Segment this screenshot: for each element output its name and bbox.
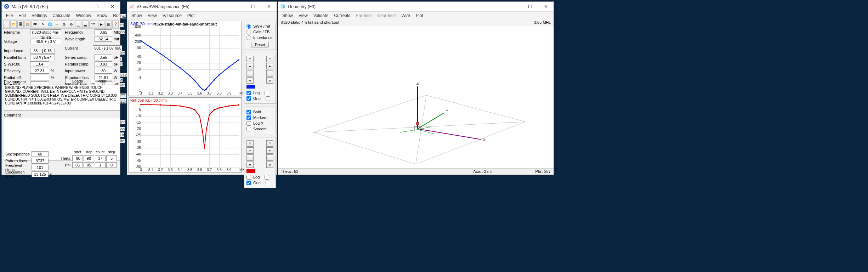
val-Filename[interactable]: rt320-static-4m-tail-sa — [30, 29, 61, 35]
val-Parallel form[interactable]: 83 // j 5.e4 — [30, 55, 55, 60]
ydn2-button[interactable]: v — [266, 77, 273, 84]
help-icon[interactable]: ❓ — [112, 20, 119, 28]
val-Radiat-eff.[interactable] — [30, 75, 49, 80]
minimize-button[interactable]: — — [230, 2, 245, 12]
refl-chart[interactable]: Refl coef [dB] (80 ohm)-50-45-40-35-30-2… — [129, 97, 242, 172]
bminus1-button[interactable]: - — [246, 154, 254, 161]
menu-settings[interactable]: Settings — [29, 12, 50, 19]
radio-impedance[interactable]: Impedance — [246, 35, 273, 40]
close-button[interactable]: ✕ — [104, 2, 120, 12]
menu-edit[interactable]: Edit — [16, 12, 29, 19]
menu-calculate[interactable]: Calculate — [50, 12, 73, 19]
data-icon[interactable]: 🗄 — [17, 20, 24, 28]
bplus1-button[interactable]: + — [246, 147, 254, 154]
environment-textbox[interactable]: GROUND PLANE SPECIFIED. WHERE WIRE ENDS … — [4, 85, 120, 111]
geom-titlebar[interactable]: 🧊 Geometry (F3) — ☐ ✕ — [278, 2, 554, 12]
logx-check[interactable]: Log X — [246, 120, 273, 126]
yplus1-button[interactable]: + — [246, 63, 254, 69]
menu-show[interactable]: Show — [279, 12, 296, 19]
bup2-button[interactable]: ^ — [266, 140, 273, 147]
bold-check[interactable]: Bold — [246, 109, 273, 115]
bdn1-button[interactable]: v — [246, 162, 254, 168]
val-Frequency[interactable]: 3.65 — [95, 29, 112, 35]
menu-far-field[interactable]: Far-field — [353, 12, 374, 19]
menu-view[interactable]: View — [296, 12, 311, 19]
main-titlebar[interactable]: 🧿 Main [V5.8.17] (F2) — ☐ ✕ — [2, 2, 120, 12]
lbl-Efficiency: Efficiency — [2, 69, 30, 73]
calctime-value[interactable]: 13.125 — [32, 171, 49, 177]
open-icon[interactable]: 📂 — [10, 20, 17, 28]
close-button[interactable]: ✕ — [261, 2, 277, 12]
menu-plot[interactable]: Plot — [185, 12, 198, 19]
loads-checkbox[interactable]: Loads — [66, 78, 83, 84]
val-S.W.R.80[interactable]: 1.04 — [30, 61, 49, 67]
maximize-button[interactable]: ☐ — [245, 2, 261, 12]
val-Voltage[interactable]: 49.9 + j 0 V — [30, 39, 61, 44]
close-button[interactable]: ✕ — [538, 2, 554, 12]
run-icon[interactable]: ▶ — [98, 20, 104, 28]
maximize-button[interactable]: ☐ — [522, 2, 538, 12]
maximize-button[interactable]: ☐ — [89, 2, 104, 12]
top-grid-check[interactable]: Grid — [246, 96, 273, 101]
val-Input power[interactable]: 30 — [95, 68, 112, 74]
menu-v-i-source[interactable]: V/I source — [160, 12, 185, 19]
radio-swr-ref[interactable]: SWR / ref — [246, 23, 273, 29]
swr-chart[interactable]: rt320-static-4m-tail-sand-short.outSWR (… — [129, 21, 242, 96]
swr-icon[interactable]: ⊚ — [61, 20, 67, 28]
bplus2-button[interactable]: + — [266, 147, 273, 154]
yup1-button[interactable]: ^ — [246, 56, 254, 62]
val-Wavelength[interactable]: 82.14 — [95, 36, 112, 42]
polar-checkbox[interactable]: Polar — [91, 78, 107, 84]
geom-canvas[interactable]: Z Y X — [278, 26, 554, 168]
menu-plot[interactable]: Plot — [413, 12, 426, 19]
chart2-icon[interactable]: ▂ — [82, 20, 89, 28]
wire-icon[interactable]: 〰 — [54, 20, 60, 28]
minimize-button[interactable]: — — [73, 2, 89, 12]
markers-check[interactable]: Markers — [246, 115, 273, 120]
segs-value[interactable]: 60 — [32, 151, 49, 157]
menu-validate[interactable]: Validate — [311, 12, 331, 19]
val-Series comp.[interactable]: 3.e5 — [95, 55, 112, 60]
bup1-button[interactable]: ^ — [246, 140, 254, 147]
calc-icon[interactable]: 🧮 — [24, 20, 31, 28]
edit-icon[interactable]: ✎ — [40, 20, 46, 28]
menu-show[interactable]: Show — [129, 12, 145, 19]
ydn1-button[interactable]: v — [246, 77, 254, 84]
minimize-button[interactable]: — — [507, 2, 522, 12]
freqsteps-value[interactable]: 101 — [32, 165, 49, 170]
globe-icon[interactable]: 🌐 — [47, 20, 53, 28]
main-content: Filenamert320-static-4m-tail-saVoltage49… — [2, 29, 120, 175]
3d-icon[interactable]: 3D — [32, 20, 39, 28]
yplus2-button[interactable]: + — [266, 63, 273, 69]
menu-wire[interactable]: Wire — [398, 12, 413, 19]
yup2-button[interactable]: ^ — [266, 56, 273, 62]
nec-icon[interactable]: ⚙ — [68, 20, 74, 28]
reset-button[interactable]: Reset — [251, 42, 269, 47]
top-log-check[interactable]: Log — [246, 90, 273, 96]
plines-value[interactable]: 3737 — [32, 158, 49, 164]
new-icon[interactable]: 📄 — [3, 20, 10, 28]
swr-titlebar[interactable]: 📈 /Gain/SWR/Impedance (F5) — ☐ ✕ — [127, 2, 277, 12]
yminus2-button[interactable]: - — [266, 70, 273, 76]
menu-currents[interactable]: Currents — [331, 12, 353, 19]
bot-grid-check[interactable]: Grid — [246, 180, 273, 186]
radio-gain-fb[interactable]: Gain / FB — [246, 29, 273, 35]
val-Parallel comp.[interactable]: 0.93 — [95, 61, 112, 67]
svg-point-30 — [228, 105, 229, 107]
val-Impedance[interactable]: 83 + j 0.15 — [30, 48, 55, 53]
bminus2-button[interactable]: - — [266, 154, 273, 161]
yminus1-button[interactable]: - — [246, 70, 254, 76]
smooth-check[interactable]: Smooth — [246, 126, 273, 132]
ratio-icon[interactable]: 1:1 — [89, 20, 97, 28]
menu-show[interactable]: Show — [94, 12, 110, 19]
menu-near-field[interactable]: Near-field — [374, 12, 398, 19]
menu-window[interactable]: Window — [73, 12, 94, 19]
menu-file[interactable]: File — [3, 12, 16, 19]
menu-view[interactable]: View — [145, 12, 160, 19]
bot-log-check[interactable]: Log — [246, 174, 273, 180]
chart1-icon[interactable]: ▁ — [75, 20, 81, 28]
val-Current[interactable]: 601 - j 1.07 mA — [93, 45, 122, 51]
bdn2-button[interactable]: v — [266, 162, 273, 168]
val-Efficiency[interactable]: 27.31 — [30, 68, 49, 74]
grid-icon[interactable]: ▦ — [105, 20, 112, 28]
